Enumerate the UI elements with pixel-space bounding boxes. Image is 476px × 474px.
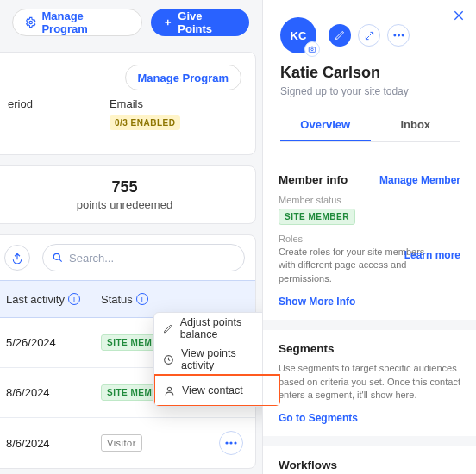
contact-side-panel: KC Katie Carlson Signed up to your site … (262, 0, 476, 474)
svg-rect-10 (309, 47, 316, 52)
manage-program-inner-button[interactable]: Manage Program (125, 65, 241, 90)
search-field[interactable] (42, 244, 245, 271)
show-more-info-link[interactable]: Show More Info (279, 296, 355, 308)
svg-point-14 (401, 34, 404, 37)
segments-description: Use segments to target specific audience… (279, 362, 460, 402)
export-button[interactable] (4, 245, 30, 271)
svg-point-13 (398, 34, 400, 37)
tab-inbox[interactable]: Inbox (371, 109, 461, 141)
manage-program-label: Manage Program (41, 9, 128, 35)
member-info-title: Member info (279, 173, 348, 186)
close-panel-button[interactable] (452, 9, 466, 22)
svg-point-12 (393, 34, 396, 37)
contact-more-button[interactable] (387, 24, 410, 47)
svg-point-1 (53, 253, 60, 259)
member-status-badge: SITE MEMBER (279, 209, 355, 225)
row-actions-button[interactable] (219, 431, 243, 455)
avatar-upload-button[interactable] (304, 41, 320, 57)
points-value: 755 (8, 178, 241, 196)
points-label: points unredeemed (8, 198, 241, 211)
learn-more-link[interactable]: Learn more (404, 249, 460, 261)
workflows-section: Workflows (263, 446, 476, 474)
menu-view-activity-label: View points activity (181, 347, 272, 371)
svg-point-9 (167, 387, 171, 390)
menu-view-contact[interactable]: View contact (153, 374, 281, 407)
period-label: eriod (8, 97, 33, 130)
segments-section: Segments Use segments to target specific… (263, 330, 476, 436)
more-horizontal-icon (225, 441, 237, 445)
edit-contact-button[interactable] (329, 24, 351, 47)
contact-tabs: Overview Inbox (280, 109, 460, 142)
points-card: 755 points unredeemed (0, 165, 256, 224)
info-icon[interactable]: i (136, 293, 148, 305)
roles-label: Roles (279, 234, 460, 244)
col-last-activity[interactable]: Last activity (6, 293, 65, 306)
contact-name: Katie Carlson (280, 64, 460, 82)
menu-view-contact-label: View contact (182, 384, 243, 396)
roles-description: Create roles for your site members with … (279, 246, 425, 285)
segments-title: Segments (279, 342, 460, 355)
cell-last-activity: 5/26/2024 (6, 336, 101, 349)
info-icon[interactable]: i (68, 293, 80, 305)
member-info-section: Member info Manage Member Member status … (263, 161, 476, 320)
give-points-button[interactable]: Give Points (151, 9, 249, 36)
tab-overview[interactable]: Overview (280, 109, 371, 141)
emails-status-badge: 0/3 ENABLED (110, 115, 181, 130)
upload-icon (11, 252, 23, 264)
expand-icon (365, 31, 374, 41)
more-horizontal-icon (393, 34, 404, 37)
workflows-title: Workflows (279, 458, 460, 471)
go-to-segments-link[interactable]: Go to Segments (279, 412, 358, 424)
menu-adjust-points-label: Adjust points balance (180, 316, 272, 340)
svg-point-5 (225, 441, 228, 444)
top-bar: Manage Program Give Points (0, 0, 261, 45)
manage-member-link[interactable]: Manage Member (379, 174, 460, 186)
pencil-icon (335, 30, 345, 41)
search-icon (52, 252, 64, 264)
close-icon (452, 9, 466, 22)
give-points-label: Give Points (178, 9, 237, 35)
manage-program-button[interactable]: Manage Program (12, 9, 142, 36)
cell-last-activity: 8/6/2024 (6, 437, 101, 450)
list-toolbar (0, 235, 255, 280)
gear-icon (25, 16, 36, 28)
svg-point-6 (229, 441, 232, 444)
avatar-initials: KC (291, 29, 307, 42)
svg-point-0 (29, 21, 32, 23)
table-row[interactable]: 8/6/2024 Visitor (0, 418, 255, 468)
col-status[interactable]: Status (101, 293, 133, 306)
contact-subtitle: Signed up to your site today (280, 85, 460, 97)
pencil-icon (163, 323, 173, 334)
status-badge: Visitor (101, 434, 142, 452)
expand-panel-button[interactable] (358, 24, 380, 47)
member-status-label: Member status (279, 195, 460, 205)
contact-header: KC Katie Carlson Signed up to your site … (263, 0, 476, 151)
svg-point-11 (311, 48, 314, 51)
cell-last-activity: 8/6/2024 (6, 386, 101, 399)
user-icon (164, 385, 175, 396)
camera-icon (308, 45, 316, 53)
plus-icon (163, 17, 173, 28)
contact-avatar[interactable]: KC (280, 17, 316, 53)
emails-label: Emails (110, 97, 181, 110)
main-content: Manage Program Give Points Manage Progra… (0, 0, 261, 474)
contact-body: Member info Manage Member Member status … (263, 161, 476, 474)
status-badge: SITE MEM (101, 334, 158, 351)
manage-program-inner-label: Manage Program (138, 72, 229, 84)
clock-icon (163, 354, 174, 365)
program-card: Manage Program eriod Emails 0/3 ENABLED (0, 52, 256, 155)
search-input[interactable] (69, 252, 235, 265)
svg-point-7 (234, 441, 236, 444)
